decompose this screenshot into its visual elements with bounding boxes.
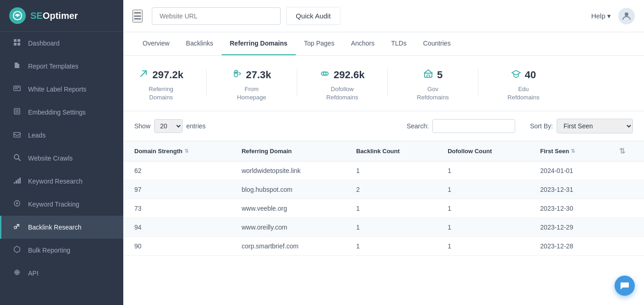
- sidebar-item-white-label-reports[interactable]: White Label Reports: [0, 78, 123, 101]
- sidebar-label-website-crawls: Website Crawls: [28, 155, 73, 162]
- from-homepage-stat-icon: [232, 69, 242, 81]
- col-header-domain-strength[interactable]: Domain Strength⇅: [123, 141, 230, 161]
- table-row: 62worldwidetopsite.link112024-01-01: [123, 161, 644, 180]
- sort-section: Sort By: First SeenDomain StrengthBackli…: [530, 119, 633, 133]
- cell-dofollow-count: 1: [437, 218, 529, 237]
- sidebar-item-dashboard[interactable]: Dashboard: [0, 32, 123, 55]
- cell-referring-domain[interactable]: corp.smartbrief.com: [230, 237, 345, 256]
- logo-text: SEOptimer: [30, 11, 78, 21]
- leads-icon: [12, 131, 22, 140]
- sidebar-label-white-label-reports: White Label Reports: [28, 86, 86, 93]
- cell-domain-strength: 73: [123, 199, 230, 218]
- stats-row: 297.2k ReferringDomains 27.3k FromHomepa…: [123, 56, 644, 111]
- svg-point-19: [16, 202, 18, 204]
- sidebar-item-leads[interactable]: Leads: [0, 124, 123, 147]
- bulk-reporting-icon: [12, 246, 22, 255]
- svg-rect-10: [15, 109, 19, 113]
- gov-refdomains-stat-value: 5: [437, 69, 443, 81]
- sidebar-label-report-templates: Report Templates: [28, 63, 78, 70]
- search-label: Search:: [407, 122, 429, 130]
- cell-referring-domain[interactable]: worldwidetopsite.link: [230, 161, 345, 180]
- entries-select[interactable]: 102050100: [154, 119, 183, 133]
- edu-refdomains-stat-icon: [511, 69, 521, 81]
- sidebar-label-keyword-research: Keyword Research: [28, 178, 82, 185]
- svg-line-13: [18, 159, 20, 161]
- sidebar-label-backlink-research: Backlink Research: [28, 224, 81, 231]
- sidebar-item-backlink-research[interactable]: Backlink Research: [0, 216, 123, 239]
- svg-rect-30: [427, 75, 430, 77]
- stat-divider: [206, 69, 207, 96]
- sidebar-item-bulk-reporting[interactable]: Bulk Reporting: [0, 239, 123, 262]
- embedding-settings-icon: [12, 108, 22, 117]
- sidebar-label-leads: Leads: [28, 132, 46, 139]
- url-input[interactable]: [152, 7, 281, 25]
- sort-arrow-icon: ⇅: [184, 148, 189, 154]
- sidebar-item-report-templates[interactable]: Report Templates: [0, 55, 123, 78]
- sidebar-item-keyword-tracking[interactable]: Keyword Tracking: [0, 193, 123, 216]
- col-header-referring-domain: Referring Domain: [230, 141, 345, 161]
- svg-point-28: [234, 73, 238, 77]
- sidebar-label-embedding-settings: Embedding Settings: [28, 109, 86, 116]
- api-icon: [12, 269, 22, 278]
- gov-refdomains-stat-label: GovRefdomains: [417, 85, 448, 102]
- sort-arrow-icon: ⇅: [571, 148, 575, 154]
- cell-domain-strength: 62: [123, 161, 230, 180]
- edu-refdomains-stat-label: EduRefdomains: [507, 85, 539, 102]
- sort-label: Sort By:: [530, 122, 553, 130]
- sidebar-item-api[interactable]: API: [0, 262, 123, 285]
- cell-dofollow-count: 1: [437, 199, 529, 218]
- cell-backlink-count: 1: [345, 218, 437, 237]
- col-header-first-seen[interactable]: First Seen⇅: [529, 141, 608, 161]
- cell-first-seen: 2023-12-29: [529, 218, 608, 237]
- show-label: Show: [134, 122, 150, 130]
- report-templates-icon: [12, 62, 22, 71]
- tab-backlinks[interactable]: Backlinks: [178, 32, 221, 55]
- data-table: Domain Strength⇅Referring DomainBacklink…: [123, 141, 644, 256]
- chat-bubble[interactable]: [615, 276, 635, 296]
- help-chevron-icon: ▾: [607, 12, 611, 20]
- stat-divider: [297, 69, 297, 96]
- topbar-right: Help ▾: [591, 8, 635, 24]
- dashboard-icon: [12, 39, 22, 48]
- cell-referring-domain[interactable]: www.veeble.org: [230, 199, 345, 218]
- cell-first-seen: 2023-12-28: [529, 237, 608, 256]
- sidebar-item-keyword-research[interactable]: Keyword Research: [0, 170, 123, 193]
- cell-dofollow-count: 1: [437, 180, 529, 199]
- cell-referring-domain[interactable]: www.oreilly.com: [230, 218, 345, 237]
- main-area: ☰ Quick Audit Help ▾ OverviewBacklinksRe…: [123, 0, 644, 305]
- sidebar-item-embedding-settings[interactable]: Embedding Settings: [0, 101, 123, 124]
- hamburger-button[interactable]: ☰: [132, 10, 143, 23]
- sidebar-item-website-crawls[interactable]: Website Crawls: [0, 147, 123, 170]
- search-input[interactable]: [432, 119, 515, 133]
- stat-from-homepage: 27.3k FromHomepage: [229, 69, 275, 102]
- cell-backlink-count: 1: [345, 199, 437, 218]
- tab-referring-domains[interactable]: Referring Domains: [222, 32, 296, 55]
- user-avatar[interactable]: [618, 8, 635, 24]
- tab-overview[interactable]: Overview: [134, 32, 178, 55]
- quick-audit-button[interactable]: Quick Audit: [286, 7, 340, 25]
- svg-rect-3: [17, 39, 20, 42]
- table-row: 73www.veeble.org112023-12-30: [123, 199, 644, 218]
- cell-dofollow-count: 1: [437, 161, 529, 180]
- cell-backlink-count: 1: [345, 161, 437, 180]
- tab-anchors[interactable]: Anchors: [343, 32, 383, 55]
- referring-domains-stat-icon: [138, 69, 149, 81]
- logo: SEOptimer: [0, 0, 123, 32]
- help-button[interactable]: Help ▾: [591, 12, 611, 20]
- sort-select[interactable]: First SeenDomain StrengthBacklink CountD…: [557, 119, 633, 133]
- search-section: Search:: [407, 119, 515, 133]
- stat-divider: [387, 69, 388, 96]
- dofollow-refdomains-stat-label: DofollowRefdomains: [326, 85, 358, 102]
- svg-rect-4: [14, 43, 17, 46]
- tab-top-pages[interactable]: Top Pages: [296, 32, 343, 55]
- referring-domains-stat-label: ReferringDomains: [149, 85, 173, 102]
- tab-tlds[interactable]: TLDs: [383, 32, 414, 55]
- table-sort-icon[interactable]: ⇅: [619, 147, 625, 155]
- tab-countries[interactable]: Countries: [415, 32, 459, 55]
- help-label: Help: [591, 12, 605, 20]
- svg-rect-16: [17, 179, 19, 184]
- cell-domain-strength: 90: [123, 237, 230, 256]
- cell-extra: [608, 161, 644, 180]
- cell-referring-domain[interactable]: blog.hubspot.com: [230, 180, 345, 199]
- gov-refdomains-stat-icon: [423, 69, 433, 81]
